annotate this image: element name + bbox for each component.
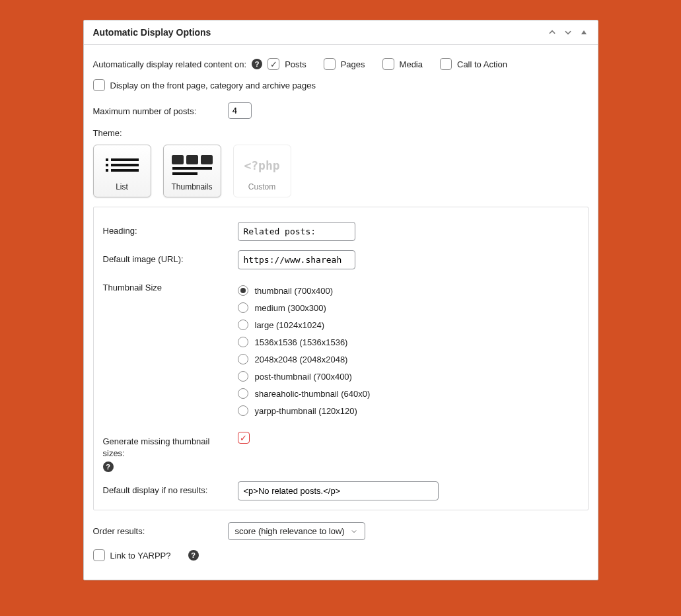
theme-list[interactable]: List <box>93 145 151 197</box>
chevron-down-icon <box>350 528 358 535</box>
settings-panel: Automatic Display Options Automatically … <box>83 20 598 580</box>
order-value: score (high relevance to low) <box>235 526 345 536</box>
checkbox-media[interactable]: Media <box>382 58 423 70</box>
radio-icon <box>238 405 248 416</box>
default-image-label: Default image (URL): <box>103 250 229 264</box>
theme-thumbnails[interactable]: Thumbnails <box>163 145 221 197</box>
collapse-icon[interactable] <box>579 28 589 37</box>
thumb-size-label: Thumbnail Size <box>103 279 229 292</box>
radio-label: yarpp-thumbnail (120x120) <box>255 406 357 416</box>
radio-label: post-thumbnail (700x400) <box>255 372 352 382</box>
svg-marker-0 <box>581 30 586 34</box>
panel-header: Automatic Display Options <box>84 20 598 45</box>
checkbox-label: Pages <box>341 59 365 69</box>
no-results-input[interactable] <box>238 481 439 500</box>
radio-icon <box>238 354 248 364</box>
theme-label: Theme: <box>93 128 589 138</box>
auto-display-row: Automatically display related content on… <box>93 58 589 70</box>
default-image-input[interactable] <box>238 250 355 269</box>
theme-name: List <box>98 182 147 191</box>
radio-label: medium (300x300) <box>255 303 326 313</box>
move-up-icon[interactable] <box>548 28 557 37</box>
radio-large[interactable]: large (1024x1024) <box>238 320 579 330</box>
radio-label: 1536x1536 (1536x1536) <box>255 337 348 347</box>
radio-medium[interactable]: medium (300x300) <box>238 302 579 313</box>
order-select[interactable]: score (high relevance to low) <box>228 522 365 540</box>
checkbox-label: Display on the front page, category and … <box>110 81 316 90</box>
checkbox-posts[interactable]: Posts <box>268 58 306 70</box>
radio-yarpp[interactable]: yarpp-thumbnail (120x120) <box>238 405 579 416</box>
checkbox-label: Link to YARPP? <box>110 551 171 561</box>
radio-post-thumb[interactable]: post-thumbnail (700x400) <box>238 371 579 382</box>
checkbox-front-page[interactable]: Display on the front page, category and … <box>93 79 316 91</box>
heading-row: Heading: <box>103 222 579 241</box>
radio-icon <box>238 371 248 382</box>
radio-icon <box>238 388 248 399</box>
radio-icon <box>238 285 248 296</box>
auto-display-label: Automatically display related content on… <box>93 59 247 69</box>
radio-icon <box>238 320 248 330</box>
help-icon[interactable]: ? <box>188 550 199 561</box>
panel-header-actions <box>548 28 589 37</box>
max-posts-row: Maximum number of posts: <box>93 102 589 119</box>
radio-icon <box>238 302 248 313</box>
radio-1536[interactable]: 1536x1536 (1536x1536) <box>238 337 579 347</box>
radio-shareaholic[interactable]: shareaholic-thumbnail (640x0) <box>238 388 579 399</box>
radio-label: shareaholic-thumbnail (640x0) <box>255 389 371 399</box>
checkbox-icon <box>440 58 452 70</box>
checkbox-icon <box>238 432 250 444</box>
panel-title: Automatic Display Options <box>93 27 211 38</box>
help-icon[interactable]: ? <box>103 462 114 472</box>
radio-2048[interactable]: 2048x2048 (2048x2048) <box>238 354 579 364</box>
thumbnails-icon <box>168 152 217 178</box>
checkbox-icon <box>324 58 336 70</box>
no-results-row: Default display if no results: <box>103 481 579 500</box>
checkbox-cta[interactable]: Call to Action <box>440 58 507 70</box>
radio-label: thumbnail (700x400) <box>255 286 334 296</box>
generate-label-wrap: Generate missing thumbnail sizes: ? <box>103 432 229 472</box>
front-page-row: Display on the front page, category and … <box>93 79 589 93</box>
theme-settings-box: Heading: Default image (URL): Thumbnail … <box>93 207 589 510</box>
default-image-row: Default image (URL): <box>103 250 579 269</box>
heading-input[interactable] <box>238 222 355 241</box>
move-down-icon[interactable] <box>563 28 573 37</box>
php-icon: <?php <box>238 152 287 178</box>
checkbox-label: Call to Action <box>457 59 507 69</box>
checkbox-icon <box>382 58 394 70</box>
list-icon <box>98 152 147 178</box>
thumb-size-row: Thumbnail Size thumbnail (700x400) mediu… <box>103 279 579 423</box>
max-posts-input[interactable] <box>228 102 252 119</box>
checkbox-label: Media <box>400 59 423 69</box>
link-yarpp-row: Link to YARPP? ? <box>93 549 589 561</box>
generate-label: Generate missing thumbnail sizes: <box>103 436 229 459</box>
theme-name: Custom <box>238 182 287 191</box>
panel-body: Automatically display related content on… <box>84 45 598 580</box>
radio-icon <box>238 337 248 347</box>
radio-label: 2048x2048 (2048x2048) <box>255 355 348 364</box>
heading-label: Heading: <box>103 222 229 236</box>
checkbox-icon <box>268 58 279 70</box>
theme-row: Theme: List <box>93 128 589 197</box>
checkbox-pages[interactable]: Pages <box>324 58 365 70</box>
checkbox-link-yarpp[interactable]: Link to YARPP? <box>93 549 171 561</box>
help-icon[interactable]: ? <box>252 59 262 69</box>
theme-custom[interactable]: <?php Custom <box>233 145 291 197</box>
order-row: Order results: score (high relevance to … <box>93 522 589 540</box>
no-results-label: Default display if no results: <box>103 481 229 495</box>
radio-thumbnail[interactable]: thumbnail (700x400) <box>238 285 579 296</box>
theme-options: List Thumbnails <?php <box>93 145 589 197</box>
checkbox-icon <box>93 79 105 91</box>
theme-name: Thumbnails <box>168 182 217 191</box>
radio-label: large (1024x1024) <box>255 320 325 330</box>
checkbox-icon <box>93 549 105 561</box>
order-label: Order results: <box>93 522 219 536</box>
thumb-size-options: thumbnail (700x400) medium (300x300) lar… <box>238 279 579 423</box>
checkbox-generate[interactable] <box>238 432 250 444</box>
checkbox-label: Posts <box>285 59 306 69</box>
generate-row: Generate missing thumbnail sizes: ? <box>103 432 579 472</box>
max-posts-label: Maximum number of posts: <box>93 102 219 116</box>
